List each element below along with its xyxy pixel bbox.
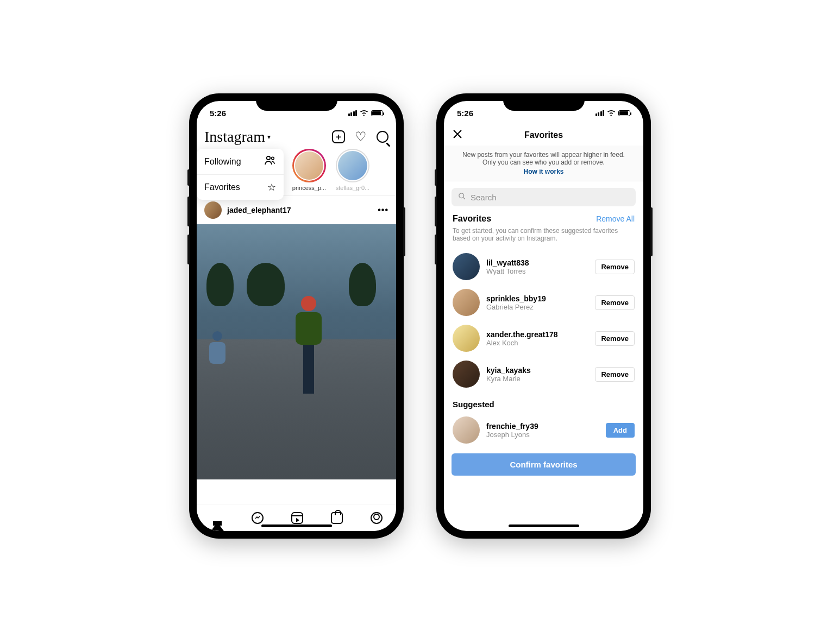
- avatar[interactable]: [453, 416, 480, 444]
- status-icons: [595, 109, 631, 117]
- more-options-icon[interactable]: •••: [378, 205, 388, 215]
- confirm-favorites-button[interactable]: Confirm favorites: [452, 453, 636, 476]
- favorite-row: xander.the.great178 Alex Koch Remove: [453, 320, 635, 356]
- home-indicator[interactable]: [509, 524, 579, 527]
- dropdown-item-favorites[interactable]: Favorites ☆: [197, 174, 284, 200]
- section-title-suggested: Suggested: [444, 392, 643, 412]
- favorites-list: lil_wyatt838 Wyatt Torres Remove sprinkl…: [444, 249, 643, 392]
- avatar: [204, 201, 222, 219]
- battery-icon: [618, 110, 630, 116]
- phone-left: 5:26 Instagram ▾ ＋ ♡ F: [189, 93, 404, 539]
- instagram-logo: Instagram: [204, 128, 265, 146]
- avatar[interactable]: [453, 361, 480, 388]
- avatar[interactable]: [453, 253, 480, 280]
- search-icon[interactable]: [377, 131, 388, 143]
- section-title-favorites: Favorites: [453, 214, 491, 224]
- info-banner: New posts from your favorites will appea…: [444, 146, 643, 181]
- suggested-list: frenchie_fry39 Joseph Lyons Add: [444, 412, 643, 448]
- post-author[interactable]: jaded_elephant17: [204, 201, 291, 219]
- status-time: 5:26: [457, 109, 473, 118]
- search-placeholder: Search: [471, 193, 497, 202]
- stories-tray: Following Favorites ☆ Your Story liam_be…: [197, 149, 396, 195]
- cellular-signal-icon: [595, 110, 605, 116]
- home-indicator[interactable]: [261, 524, 332, 527]
- nav-messenger-icon[interactable]: [252, 512, 264, 524]
- avatar[interactable]: [453, 289, 480, 316]
- favorite-row: lil_wyatt838 Wyatt Torres Remove: [453, 249, 635, 285]
- svg-point-1: [272, 157, 274, 160]
- row-username[interactable]: lil_wyatt838: [486, 258, 588, 267]
- add-button[interactable]: Add: [606, 423, 635, 438]
- suggested-row: frenchie_fry39 Joseph Lyons Add: [453, 412, 635, 448]
- svg-point-0: [267, 156, 270, 160]
- info-text: New posts from your favorites will appea…: [460, 151, 627, 159]
- status-bar: 5:26: [197, 101, 396, 125]
- story-item[interactable]: princess_p...: [290, 149, 328, 191]
- status-bar: 5:26: [444, 101, 643, 125]
- feed-switcher[interactable]: Instagram ▾: [204, 128, 271, 146]
- row-displayname: Kyra Marie: [486, 375, 588, 383]
- favorite-row: sprinkles_bby19 Gabriela Perez Remove: [453, 285, 635, 320]
- avatar[interactable]: [453, 325, 480, 352]
- post-image[interactable]: [197, 224, 396, 479]
- app-header: Instagram ▾ ＋ ♡: [197, 125, 396, 149]
- dropdown-label: Following: [204, 157, 241, 167]
- row-displayname: Joseph Lyons: [486, 431, 599, 439]
- star-icon: ☆: [267, 181, 276, 193]
- feed-dropdown: Following Favorites ☆: [197, 149, 284, 200]
- nav-home-icon[interactable]: [211, 513, 224, 523]
- dropdown-item-following[interactable]: Following: [197, 149, 284, 174]
- search-icon: [458, 192, 466, 202]
- info-text: Only you can see who you add or remove.: [460, 159, 627, 166]
- create-post-icon[interactable]: ＋: [332, 130, 345, 143]
- wifi-icon: [360, 109, 368, 117]
- row-username[interactable]: xander.the.great178: [486, 330, 588, 339]
- nav-profile-icon[interactable]: [371, 512, 383, 524]
- dropdown-label: Favorites: [204, 182, 240, 192]
- activity-heart-icon[interactable]: ♡: [355, 129, 367, 144]
- remove-all-link[interactable]: Remove All: [596, 214, 635, 223]
- row-displayname: Gabriela Perez: [486, 303, 588, 311]
- favorite-row: kyia_kayaks Kyra Marie Remove: [453, 356, 635, 392]
- row-username[interactable]: frenchie_fry39: [486, 422, 599, 431]
- hint-text: To get started, you can confirm these su…: [444, 225, 643, 249]
- close-icon[interactable]: [452, 128, 463, 142]
- page-title: Favorites: [524, 130, 563, 140]
- story-label: stellas_gr0...: [336, 185, 369, 191]
- cellular-signal-icon: [348, 110, 358, 116]
- remove-button[interactable]: Remove: [595, 367, 635, 382]
- status-time: 5:26: [210, 109, 226, 118]
- phone-right: 5:26 Favorites New posts from your favor…: [436, 93, 651, 539]
- post-username: jaded_elephant17: [227, 206, 291, 214]
- battery-icon: [371, 110, 383, 116]
- nav-reels-icon[interactable]: [291, 512, 303, 524]
- row-username[interactable]: kyia_kayaks: [486, 366, 588, 375]
- row-displayname: Alex Koch: [486, 339, 588, 347]
- favorites-header: Favorites: [444, 125, 643, 146]
- row-username[interactable]: sprinkles_bby19: [486, 294, 588, 303]
- remove-button[interactable]: Remove: [595, 331, 635, 346]
- remove-button[interactable]: Remove: [595, 295, 635, 310]
- row-displayname: Wyatt Torres: [486, 267, 588, 275]
- search-input[interactable]: Search: [452, 188, 636, 206]
- wifi-icon: [607, 109, 616, 117]
- people-icon: [264, 155, 276, 168]
- chevron-down-icon: ▾: [267, 133, 271, 141]
- story-label: princess_p...: [292, 185, 326, 191]
- remove-button[interactable]: Remove: [595, 260, 635, 274]
- story-item[interactable]: stellas_gr0...: [334, 149, 372, 191]
- status-icons: [348, 109, 384, 117]
- how-it-works-link[interactable]: How it works: [460, 168, 627, 175]
- nav-shop-icon[interactable]: [331, 512, 343, 524]
